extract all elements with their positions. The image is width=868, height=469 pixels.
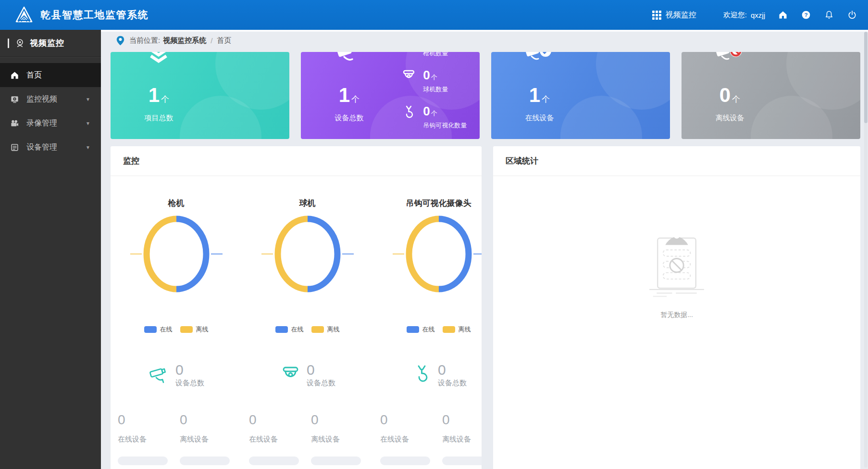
legend-swatch-online xyxy=(275,326,288,333)
svg-text:?: ? xyxy=(804,12,807,18)
sidebar-item-devices[interactable]: 设备管理 ▼ xyxy=(0,135,101,159)
substat-value: 0个 xyxy=(423,104,467,121)
panel-title: 区域统计 xyxy=(506,155,538,166)
chevron-down-icon: ▼ xyxy=(86,97,90,102)
progress-bar xyxy=(311,456,361,465)
sidebar-item-label: 设备管理 xyxy=(26,142,57,152)
card-substats: 0个 枪机数量 0个 球机数量 0个 xyxy=(401,52,467,139)
progress-bar xyxy=(380,456,430,465)
legend-swatch-online xyxy=(407,326,419,333)
donut-chart xyxy=(111,212,242,298)
stat-value: 0 xyxy=(249,413,311,427)
card-value: 1个 xyxy=(339,85,360,110)
vertical-scrollbar[interactable] xyxy=(864,32,868,468)
legend-label: 离线 xyxy=(196,325,209,334)
breadcrumb-root-link[interactable]: 视频监控系统 xyxy=(163,36,206,45)
breadcrumb-separator: / xyxy=(211,37,212,45)
sidebar-item-label: 首页 xyxy=(26,70,42,80)
card-label: 离线设备 xyxy=(715,114,744,123)
legend-swatch-offline xyxy=(311,326,324,333)
stat-value: 0 xyxy=(180,413,242,427)
stat-online: 0 在线设备 xyxy=(118,413,180,465)
bell-icon xyxy=(824,10,834,20)
device-total-value: 0 xyxy=(438,363,467,377)
chart-column-gun-camera: 枪机 在线 离线 xyxy=(111,176,242,465)
progress-bar xyxy=(118,456,168,465)
home-icon xyxy=(778,10,788,20)
stat-label: 离线设备 xyxy=(442,435,482,444)
card-label: 在线设备 xyxy=(525,114,554,123)
stat-online: 0 在线设备 xyxy=(380,413,442,465)
sidebar-header: 视频监控 xyxy=(0,30,101,57)
sidebar-menu: 首页 监控视频 ▼ 录像管理 ▼ xyxy=(0,57,101,159)
sidebar-item-monitor-video[interactable]: 监控视频 ▼ xyxy=(0,87,101,111)
card-label: 设备总数 xyxy=(335,114,363,123)
stat-label: 离线设备 xyxy=(180,435,242,444)
device-storage-icon xyxy=(10,143,19,152)
region-stats-panel: 区域统计 xyxy=(493,146,860,469)
home-button[interactable] xyxy=(778,10,788,20)
main-area: 当前位置: 视频监控系统 / 首页 xyxy=(101,30,868,469)
stat-label: 离线设备 xyxy=(311,435,373,444)
device-total: 0 设备总数 xyxy=(242,363,373,388)
dome-camera-icon xyxy=(279,364,302,386)
panel-title: 监控 xyxy=(123,155,139,166)
chart-title: 吊钩可视化摄像头 xyxy=(373,198,482,209)
card-offline-devices: 0个 离线设备 xyxy=(682,52,860,139)
sidebar-item-recordings[interactable]: 录像管理 ▼ xyxy=(0,111,101,135)
progress-bar xyxy=(442,456,482,465)
app-switcher[interactable]: 视频监控 xyxy=(652,10,696,20)
username: qxzjj xyxy=(751,11,765,19)
dome-camera-icon xyxy=(401,68,417,84)
welcome-label: 欢迎您: xyxy=(723,11,747,20)
device-total-value: 0 xyxy=(307,363,335,377)
chart-title: 球机 xyxy=(242,198,373,209)
chart-column-hook-camera: 吊钩可视化摄像头 在线 离线 xyxy=(373,176,482,465)
webcam-icon xyxy=(15,38,25,48)
card-online-devices: 1个 在线设备 xyxy=(491,52,670,139)
empty-state-text: 暂无数据... xyxy=(493,311,860,319)
stat-label: 在线设备 xyxy=(249,435,311,444)
stat-offline: 0 离线设备 xyxy=(442,413,482,465)
app-logo-icon xyxy=(14,5,34,25)
sidebar-title: 视频监控 xyxy=(30,38,64,49)
device-total: 0 设备总数 xyxy=(373,363,482,388)
device-total-value: 0 xyxy=(175,363,204,377)
layers-icon xyxy=(145,52,173,67)
help-button[interactable]: ? xyxy=(801,10,811,20)
sidebar: 视频监控 首页 监控视频 ▼ 录像管理 xyxy=(0,30,101,469)
chevron-down-icon: ▼ xyxy=(86,121,90,126)
grid-apps-icon xyxy=(652,11,661,20)
empty-state: 暂无数据... xyxy=(493,229,860,319)
card-device-total: 1个 设备总数 0个 枪机数量 0个 xyxy=(301,52,480,139)
bullet-camera-icon xyxy=(148,364,171,386)
stat-cards-row: 1个 项目总数 1个 xyxy=(111,52,860,139)
card-value: 0个 xyxy=(719,85,740,110)
breadcrumb-prefix: 当前位置: xyxy=(129,36,160,45)
sidebar-item-home[interactable]: 首页 xyxy=(0,63,101,87)
camera-blocked-icon xyxy=(716,52,744,67)
monitor-panel-header: 监控 xyxy=(111,146,482,176)
chart-legend: 在线 离线 xyxy=(373,325,482,334)
surveillance-monitor-icon xyxy=(10,95,19,104)
power-icon xyxy=(847,10,857,20)
substat-label: 枪机数量 xyxy=(423,52,467,57)
scrollbar-thumb[interactable] xyxy=(864,32,868,123)
card-value: 1个 xyxy=(149,85,169,110)
device-total-label: 设备总数 xyxy=(175,379,204,388)
progress-bar xyxy=(249,456,299,465)
bullet-camera-icon xyxy=(335,52,363,67)
page-title: 乾县智慧工地监管系统 xyxy=(40,8,149,22)
sidebar-item-label: 监控视频 xyxy=(26,94,57,104)
notifications-button[interactable] xyxy=(824,10,834,20)
sidebar-item-label: 录像管理 xyxy=(26,118,57,128)
breadcrumb-current-link[interactable]: 首页 xyxy=(217,36,231,45)
legend-label: 在线 xyxy=(160,325,173,334)
legend-label: 在线 xyxy=(291,325,304,334)
substat-hook-camera: 0个 吊钩可视化数量 xyxy=(401,104,467,129)
home-icon xyxy=(10,71,19,80)
stat-value: 0 xyxy=(311,413,373,427)
donut-chart xyxy=(373,212,482,298)
logout-button[interactable] xyxy=(847,10,857,20)
legend-swatch-offline xyxy=(180,326,193,333)
